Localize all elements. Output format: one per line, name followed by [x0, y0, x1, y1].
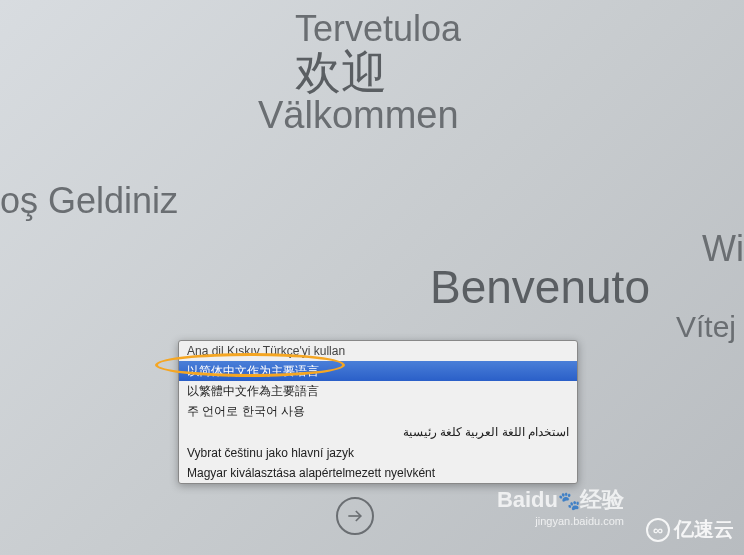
language-option-turkish[interactable]: Ana dil Kıskıv Türkçe'yi kullan — [179, 341, 577, 361]
language-option-hungarian[interactable]: Magyar kiválasztása alapértelmezett nyel… — [179, 463, 577, 483]
language-option-arabic[interactable]: استخدام اللغة العربية كلغة رئيسية — [179, 421, 577, 443]
watermark-baidu-url: jingyan.baidu.com — [497, 515, 624, 527]
watermark-yisu-text: 亿速云 — [674, 516, 734, 543]
welcome-turkish: oş Geldiniz — [0, 180, 178, 222]
continue-button[interactable] — [336, 497, 374, 535]
watermark-baidu-suffix: 经验 — [580, 487, 624, 512]
welcome-screen: Tervetuloa 欢迎 Välkommen oş Geldiniz Wi B… — [0, 0, 744, 555]
arrow-right-icon — [345, 506, 365, 526]
watermark-yisu: ∞ 亿速云 — [646, 516, 734, 543]
cloud-icon: ∞ — [646, 518, 670, 542]
paw-icon: 🐾 — [558, 491, 580, 511]
welcome-czech: Vítej — [676, 310, 736, 344]
language-option-korean[interactable]: 주 언어로 한국어 사용 — [179, 401, 577, 421]
language-select-dropdown[interactable]: Ana dil Kıskıv Türkçe'yi kullan 以简体中文作为主… — [178, 340, 578, 484]
welcome-partial-right: Wi — [702, 228, 744, 270]
language-option-simplified-chinese[interactable]: 以简体中文作为主要语言 — [179, 361, 577, 381]
watermark-baidu: Baidu🐾经验 jingyan.baidu.com — [497, 485, 624, 527]
language-option-traditional-chinese[interactable]: 以繁體中文作為主要語言 — [179, 381, 577, 401]
watermark-baidu-text: Baidu — [497, 487, 558, 512]
welcome-swedish: Välkommen — [258, 94, 459, 137]
welcome-italian: Benvenuto — [430, 260, 650, 314]
language-option-czech[interactable]: Vybrat češtinu jako hlavní jazyk — [179, 443, 577, 463]
